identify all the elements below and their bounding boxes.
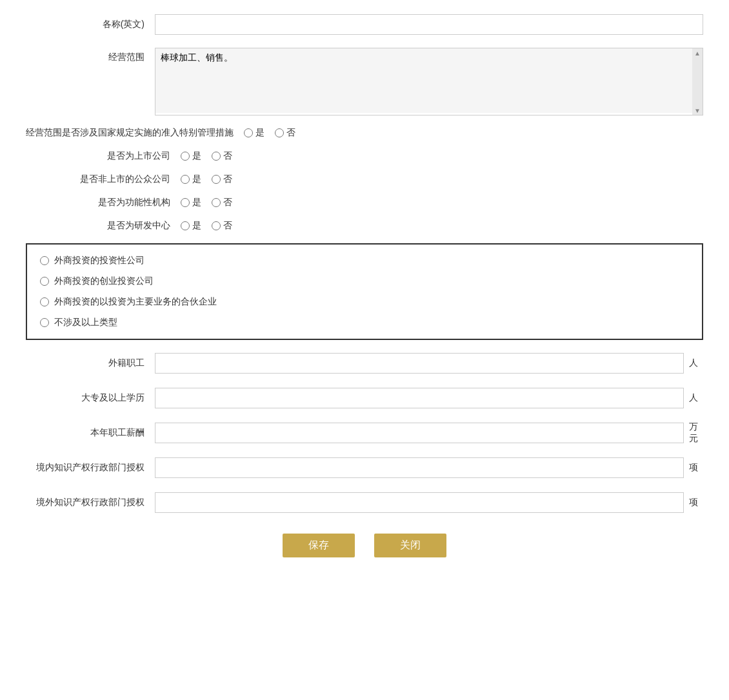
salary-input[interactable] [155, 423, 684, 443]
listed-row: 是否为上市公司 是 否 [26, 150, 703, 162]
special-mgmt-yes-item[interactable]: 是 [244, 127, 265, 139]
college-row: 大专及以上学历 人 [26, 386, 703, 410]
functional-org-radio-group: 是 否 [181, 197, 232, 208]
public-unlisted-no-item[interactable]: 否 [212, 174, 232, 185]
investment-type-item-3[interactable]: 不涉及以上类型 [40, 317, 689, 328]
rd-center-yes-label[interactable]: 是 [192, 220, 201, 232]
public-unlisted-yes-item[interactable]: 是 [181, 174, 201, 185]
listed-no-label[interactable]: 否 [223, 150, 232, 162]
listed-no-item[interactable]: 否 [212, 150, 232, 162]
listed-yes-label[interactable]: 是 [192, 150, 201, 162]
name-en-input[interactable] [155, 14, 703, 35]
form-container: 各称(英文) 经营范围 棒球加工、销售。 ▲ ▼ 经营范围是否涉及国家规定实施的… [26, 13, 703, 570]
investment-type-label-0[interactable]: 外商投资的投资性公司 [54, 255, 145, 266]
foreign-staff-unit: 人 [684, 357, 703, 369]
domestic-ip-unit: 项 [684, 462, 703, 474]
special-mgmt-no-label[interactable]: 否 [286, 127, 295, 139]
domestic-ip-input[interactable] [155, 457, 684, 478]
rd-center-yes-radio[interactable] [181, 221, 190, 230]
salary-label: 本年职工薪酬 [26, 427, 155, 439]
rd-center-no-label[interactable]: 否 [223, 220, 232, 232]
public-unlisted-yes-label[interactable]: 是 [192, 174, 201, 185]
special-mgmt-no-radio[interactable] [275, 128, 284, 137]
scroll-up-icon[interactable]: ▲ [694, 50, 701, 56]
functional-org-row: 是否为功能性机构 是 否 [26, 197, 703, 208]
public-unlisted-yes-radio[interactable] [181, 175, 190, 184]
foreign-staff-label: 外籍职工 [26, 357, 155, 369]
special-mgmt-label: 经营范围是否涉及国家规定实施的准入特别管理措施 [26, 127, 244, 139]
foreign-ip-input-group: 项 [155, 492, 703, 513]
rd-center-radio-group: 是 否 [181, 220, 232, 232]
salary-row: 本年职工薪酬 万元 [26, 421, 703, 445]
business-scope-label: 经营范围 [26, 48, 155, 63]
special-mgmt-radio-group: 是 否 [244, 127, 295, 139]
investment-type-label-2[interactable]: 外商投资的以投资为主要业务的合伙企业 [54, 296, 217, 308]
rd-center-no-radio[interactable] [212, 221, 221, 230]
special-mgmt-yes-radio[interactable] [244, 128, 253, 137]
rd-center-no-item[interactable]: 否 [212, 220, 232, 232]
listed-radio-group: 是 否 [181, 150, 232, 162]
foreign-ip-row: 境外知识产权行政部门授权 项 [26, 491, 703, 514]
special-mgmt-no-item[interactable]: 否 [275, 127, 295, 139]
foreign-staff-input-group: 人 [155, 353, 703, 374]
listed-yes-item[interactable]: 是 [181, 150, 201, 162]
name-en-row: 各称(英文) [26, 13, 703, 36]
functional-org-yes-item[interactable]: 是 [181, 197, 201, 208]
special-mgmt-row: 经营范围是否涉及国家规定实施的准入特别管理措施 是 否 [26, 127, 703, 139]
functional-org-no-radio[interactable] [212, 198, 221, 207]
foreign-staff-input[interactable] [155, 353, 684, 374]
investment-type-box: 外商投资的投资性公司 外商投资的创业投资公司 外商投资的以投资为主要业务的合伙企… [26, 243, 703, 340]
college-input[interactable] [155, 388, 684, 408]
functional-org-label: 是否为功能性机构 [26, 197, 181, 208]
investment-type-radio-1[interactable] [40, 277, 49, 286]
college-label: 大专及以上学历 [26, 392, 155, 404]
foreign-staff-row: 外籍职工 人 [26, 352, 703, 375]
functional-org-no-item[interactable]: 否 [212, 197, 232, 208]
investment-type-radio-3[interactable] [40, 318, 49, 327]
domestic-ip-input-group: 项 [155, 457, 703, 478]
business-scope-row: 经营范围 棒球加工、销售。 ▲ ▼ [26, 48, 703, 115]
listed-no-radio[interactable] [212, 152, 221, 161]
button-row: 保存 关闭 [26, 534, 703, 570]
rd-center-label: 是否为研发中心 [26, 220, 181, 232]
investment-type-label-3[interactable]: 不涉及以上类型 [54, 317, 117, 328]
investment-type-label-1[interactable]: 外商投资的创业投资公司 [54, 275, 154, 287]
save-button[interactable]: 保存 [283, 534, 355, 557]
college-input-group: 人 [155, 388, 703, 408]
name-en-label: 各称(英文) [26, 19, 155, 30]
business-scope-textarea-wrapper: 棒球加工、销售。 ▲ ▼ [155, 48, 703, 115]
college-unit: 人 [684, 392, 703, 404]
rd-center-row: 是否为研发中心 是 否 [26, 220, 703, 232]
investment-type-radio-0[interactable] [40, 256, 49, 265]
investment-type-item-0[interactable]: 外商投资的投资性公司 [40, 255, 689, 266]
functional-org-no-label[interactable]: 否 [223, 197, 232, 208]
domestic-ip-row: 境内知识产权行政部门授权 项 [26, 456, 703, 479]
foreign-ip-label: 境外知识产权行政部门授权 [26, 497, 155, 508]
public-unlisted-label: 是否非上市的公众公司 [26, 174, 181, 185]
foreign-ip-unit: 项 [684, 497, 703, 508]
foreign-ip-input[interactable] [155, 492, 684, 513]
public-unlisted-row: 是否非上市的公众公司 是 否 [26, 174, 703, 185]
public-unlisted-no-radio[interactable] [212, 175, 221, 184]
listed-label: 是否为上市公司 [26, 150, 181, 162]
business-scope-textarea[interactable]: 棒球加工、销售。 [155, 48, 703, 113]
special-mgmt-yes-label[interactable]: 是 [255, 127, 265, 139]
functional-org-yes-radio[interactable] [181, 198, 190, 207]
domestic-ip-label: 境内知识产权行政部门授权 [26, 462, 155, 474]
rd-center-yes-item[interactable]: 是 [181, 220, 201, 232]
investment-type-item-2[interactable]: 外商投资的以投资为主要业务的合伙企业 [40, 296, 689, 308]
scrollbar-mock: ▲ ▼ [692, 48, 703, 115]
close-button[interactable]: 关闭 [374, 534, 446, 557]
public-unlisted-radio-group: 是 否 [181, 174, 232, 185]
scroll-down-icon[interactable]: ▼ [694, 107, 701, 114]
listed-yes-radio[interactable] [181, 152, 190, 161]
public-unlisted-no-label[interactable]: 否 [223, 174, 232, 185]
salary-unit: 万元 [684, 421, 703, 445]
functional-org-yes-label[interactable]: 是 [192, 197, 201, 208]
salary-input-group: 万元 [155, 421, 703, 445]
investment-type-item-1[interactable]: 外商投资的创业投资公司 [40, 275, 689, 287]
investment-type-radio-2[interactable] [40, 297, 49, 306]
